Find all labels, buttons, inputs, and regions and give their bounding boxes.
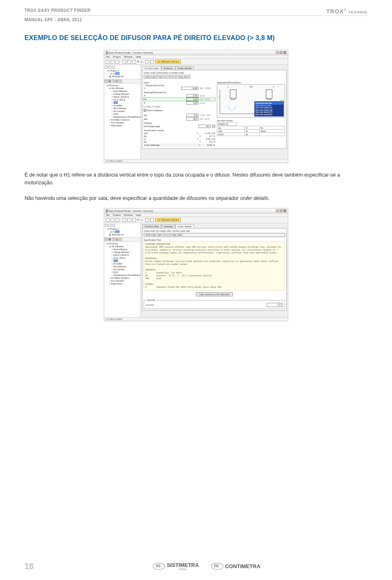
- tree-tb-icon[interactable]: [105, 224, 108, 227]
- tree-item[interactable]: ○ ADLR, ADLR-Q: [105, 254, 140, 257]
- order-part[interactable]: 400: [157, 75, 163, 78]
- tb-icon[interactable]: [145, 218, 149, 222]
- tb-icon[interactable]: [145, 60, 149, 64]
- menu-help[interactable]: Help: [136, 214, 141, 216]
- project-tree-item[interactable]: ⊟ Project 1: [105, 69, 140, 72]
- maximize-icon[interactable]: □: [280, 51, 283, 54]
- minimize-icon[interactable]: –: [276, 209, 279, 212]
- copy-clipboard-button[interactable]: Copy contents to the clipboard!: [196, 292, 233, 296]
- tb-icon[interactable]: [150, 218, 154, 222]
- spinner-down-icon[interactable]: ▼: [280, 305, 283, 307]
- tree-item[interactable]: ○ Ceiling diffusers: [105, 93, 140, 96]
- tb-icon[interactable]: [116, 60, 119, 64]
- tab-comfort[interactable]: Comfort data: [142, 66, 161, 70]
- menu-file[interactable]: File: [106, 56, 110, 58]
- project-tree-item[interactable]: 🗑 Recycle bin: [105, 233, 140, 236]
- tree-item[interactable]: ○ VDR: [105, 101, 140, 104]
- tb-icon[interactable]: [127, 218, 131, 222]
- close-icon[interactable]: ×: [283, 51, 286, 54]
- tree-item[interactable]: ⊟ Products: [105, 84, 140, 87]
- menu-project[interactable]: Project: [113, 214, 121, 216]
- mini-close-icon[interactable]: ✕: [112, 238, 115, 241]
- tree-tb-icon[interactable]: [112, 224, 115, 227]
- tree-item[interactable]: ○ Jet nozzles: [105, 110, 140, 113]
- tb-icon[interactable]: [116, 218, 119, 222]
- dropdown-icon[interactable]: ▾: [212, 125, 215, 128]
- tab-drawing[interactable]: Drawing: [161, 66, 175, 70]
- tree-item[interactable]: ⊟ Air Diffusers: [105, 87, 140, 90]
- menu-help[interactable]: Help: [136, 56, 141, 58]
- volume-flow-input[interactable]: 1180: [181, 87, 198, 90]
- order-part[interactable]: 0: [169, 75, 173, 78]
- tree-item[interactable]: ○ Swirl diffusers: [105, 248, 140, 251]
- menu-wizards[interactable]: Wizards: [124, 56, 133, 58]
- tb-icon[interactable]: [127, 60, 131, 64]
- mini-icon[interactable]: ▤: [116, 80, 118, 83]
- order-part[interactable]: RAL 9010: [178, 75, 190, 78]
- tree-item[interactable]: ○ Jet nozzles: [105, 268, 140, 271]
- tb-icon[interactable]: [122, 218, 126, 222]
- tree-tb-icon[interactable]: [105, 66, 108, 69]
- mini-close-icon[interactable]: ✕: [112, 80, 115, 83]
- field-input[interactable]: 4,00: [186, 101, 198, 105]
- plus-icon[interactable]: +: [137, 219, 139, 222]
- minimize-icon[interactable]: –: [276, 51, 279, 54]
- tree-item[interactable]: ○ Swirl diffusers: [105, 90, 140, 93]
- tree-item[interactable]: ○ DUK: [105, 271, 140, 274]
- plus-icon[interactable]: +: [137, 60, 139, 63]
- project-tree-item[interactable]: ▸ ⊟ Sala: [105, 231, 140, 233]
- mini-icon[interactable]: ▣: [108, 238, 111, 241]
- menu-project[interactable]: Project: [113, 56, 121, 58]
- tree-item[interactable]: ○ Air Water Systems: [105, 277, 140, 280]
- project-tree-item[interactable]: 🗑 Recycle bin: [105, 75, 140, 78]
- qty-spinner[interactable]: 4 ▲▼: [267, 303, 283, 307]
- tb-icon[interactable]: [150, 60, 154, 64]
- tree-item[interactable]: ○ DLQ, ADLQ: [105, 99, 140, 101]
- minus-icon[interactable]: –: [140, 219, 143, 222]
- wizard-button[interactable]: Air Diffusers Wizard: [155, 60, 181, 64]
- popup-item[interactable]: Side view heating 90°: [255, 114, 283, 116]
- tree-item[interactable]: ○ Fire dampers: [105, 121, 140, 124]
- mini-icon[interactable]: ↻: [105, 80, 107, 83]
- tree-item[interactable]: ○ Attenuators: [105, 124, 140, 127]
- tree-item[interactable]: ⊟ Air Diffusers: [105, 245, 140, 248]
- tab-comfort[interactable]: Comfort data: [142, 224, 161, 228]
- order-part[interactable]: 0: [174, 75, 177, 78]
- wizard-button[interactable]: Air Diffusers Wizard: [155, 218, 181, 222]
- field-input[interactable]: 5,00: [186, 94, 198, 97]
- tree-item[interactable]: ○ Air Water Systems: [105, 119, 140, 121]
- tree-tb-icon[interactable]: [112, 66, 115, 69]
- tree-tb-icon[interactable]: [109, 66, 111, 69]
- close-icon[interactable]: ×: [283, 209, 286, 212]
- tree-item[interactable]: ○ Displacement Flowdiffusers: [105, 274, 140, 277]
- tree-item[interactable]: ○ Slot diffusers: [105, 107, 140, 110]
- tree-item[interactable]: ○ DUK: [105, 113, 140, 116]
- tree-item[interactable]: ○ Air grilles: [105, 104, 140, 107]
- tab-order[interactable]: Order details: [175, 224, 194, 228]
- tb-icon[interactable]: [132, 218, 136, 222]
- tree-item[interactable]: ○ Attenuators: [105, 282, 140, 285]
- tb-icon[interactable]: [122, 60, 126, 64]
- tree-item[interactable]: ⊟ Products: [105, 242, 140, 245]
- tab-order[interactable]: Order details: [175, 66, 194, 70]
- menu-wizards[interactable]: Wizards: [124, 214, 133, 216]
- discharge-select[interactable]: 90°: [198, 125, 211, 128]
- tree-item[interactable]: ○ ADLR, ADLR-Q: [105, 96, 140, 99]
- spec-text-area[interactable]: STANDARD DESCRIPTION: Adjustable TROX ce…: [144, 242, 285, 291]
- tree-item[interactable]: ○ Air grilles: [105, 262, 140, 265]
- mini-icon[interactable]: ▤: [116, 238, 118, 241]
- order-part[interactable]: 0: [165, 75, 168, 78]
- tree-tb-icon[interactable]: [109, 224, 111, 227]
- mini-icon[interactable]: ⎘: [119, 238, 122, 241]
- tree-item[interactable]: ○ Ceiling diffusers: [105, 251, 140, 254]
- tb-icon[interactable]: [106, 218, 109, 222]
- tree-item[interactable]: ○ Slot diffusers: [105, 265, 140, 268]
- maximize-icon[interactable]: □: [280, 209, 283, 212]
- tree-item[interactable]: ○ DLQ, ADLQ: [105, 257, 140, 260]
- field-input[interactable]: -6,0: [186, 114, 198, 117]
- mini-icon[interactable]: ⎘: [119, 80, 122, 83]
- tb-icon[interactable]: [106, 60, 109, 64]
- tb-icon[interactable]: [132, 60, 136, 64]
- tab-drawing[interactable]: Drawing: [161, 224, 175, 228]
- project-tree-item[interactable]: ▸ ⊟ Sala: [105, 72, 140, 75]
